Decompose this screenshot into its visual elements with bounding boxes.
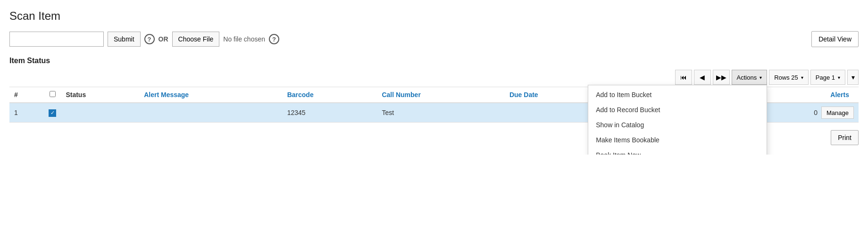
action-add-record-bucket[interactable]: Add to Record Bucket	[588, 102, 767, 117]
col-call-number: Call Number	[377, 87, 505, 103]
scan-bar: Submit ? OR Choose File No file chosen ?…	[9, 31, 859, 47]
col-barcode: Barcode	[283, 87, 377, 103]
print-button[interactable]: Print	[831, 130, 859, 145]
cell-call-number: Test	[377, 103, 505, 123]
cell-status	[61, 103, 139, 123]
action-add-item-bucket[interactable]: Add to Item Bucket	[588, 87, 767, 102]
choose-file-button[interactable]: Choose File	[172, 32, 220, 47]
scan-help-icon[interactable]: ?	[144, 34, 155, 44]
split-arrow-button[interactable]: ▾	[847, 70, 859, 85]
actions-menu-list: Add to Item Bucket Add to Record Bucket …	[588, 85, 767, 155]
col-num: #	[9, 87, 44, 103]
table-toolbar: ⏮ ◀ ▶▶ Actions ▾ Add to Item Bucket Add …	[9, 70, 859, 85]
col-check	[44, 87, 61, 103]
item-status-section: Item Status ⏮ ◀ ▶▶ Actions ▾ Add to Item…	[9, 57, 859, 123]
col-alert-message: Alert Message	[139, 87, 282, 103]
cell-barcode: 12345	[283, 103, 377, 123]
scan-input[interactable]	[9, 32, 104, 47]
next-page-button[interactable]: ▶▶	[713, 70, 730, 85]
rows-button[interactable]: Rows 25 ▾	[769, 70, 809, 85]
actions-caret: ▾	[760, 75, 762, 80]
manage-button[interactable]: Manage	[821, 107, 854, 119]
alerts-count: 0	[814, 109, 818, 116]
first-page-button[interactable]: ⏮	[675, 70, 692, 85]
page-caret: ▾	[838, 75, 840, 80]
actions-button[interactable]: Actions ▾	[732, 70, 768, 85]
row-checkbox[interactable]	[49, 109, 56, 117]
file-help-icon[interactable]: ?	[269, 34, 279, 44]
action-make-bookable[interactable]: Make Items Bookable	[588, 132, 767, 148]
prev-page-button[interactable]: ◀	[694, 70, 711, 85]
rows-caret: ▾	[801, 75, 803, 80]
cell-check[interactable]	[44, 103, 61, 123]
action-book-item-now[interactable]: Book Item Now	[588, 148, 767, 155]
cell-num: 1	[9, 103, 44, 123]
page-button[interactable]: Page 1 ▾	[810, 70, 845, 85]
actions-menu: Add to Item Bucket Add to Record Bucket …	[588, 85, 767, 155]
no-file-text: No file chosen	[223, 35, 265, 43]
or-label: OR	[159, 35, 168, 43]
select-all-checkbox[interactable]	[50, 91, 56, 97]
cell-alert-message	[139, 103, 282, 123]
action-show-catalog[interactable]: Show in Catalog	[588, 117, 767, 132]
detail-view-button[interactable]: Detail View	[811, 31, 859, 47]
page-title: Scan Item	[9, 9, 859, 23]
submit-button[interactable]: Submit	[108, 32, 141, 47]
actions-dropdown-container: Actions ▾ Add to Item Bucket Add to Reco…	[732, 70, 768, 85]
item-status-title: Item Status	[9, 57, 859, 65]
col-status: Status	[61, 87, 139, 103]
